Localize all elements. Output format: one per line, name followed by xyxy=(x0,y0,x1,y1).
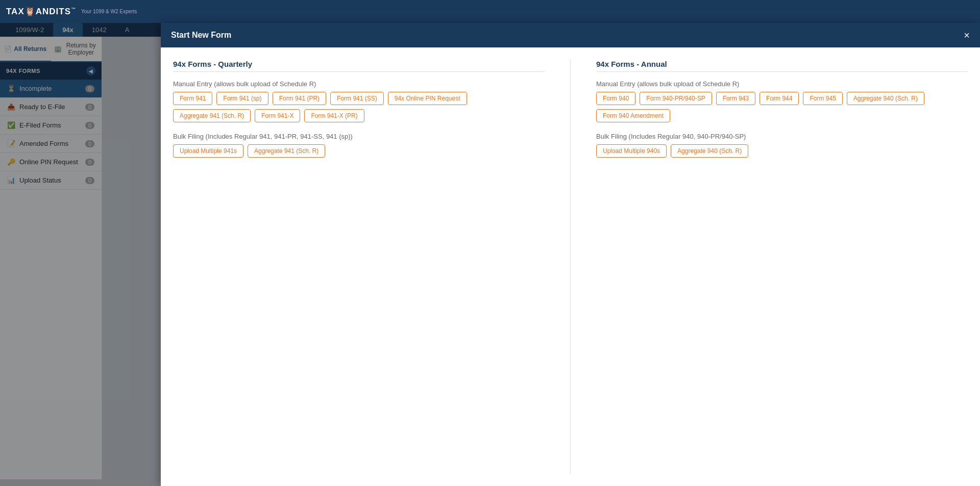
btn-form-941x-pr[interactable]: Form 941-X (PR) xyxy=(304,109,364,122)
quarterly-manual-buttons: Form 941 Form 941 (sp) Form 941 (PR) For… xyxy=(173,92,545,122)
btn-form-943[interactable]: Form 943 xyxy=(716,92,755,105)
btn-form-944[interactable]: Form 944 xyxy=(760,92,799,105)
quarterly-section: 94x Forms - Quarterly Manual Entry (allo… xyxy=(173,60,545,474)
modal-header: Start New Form × xyxy=(161,23,980,47)
btn-form-945[interactable]: Form 945 xyxy=(803,92,842,105)
logo: TAX🦉ANDITS™ xyxy=(6,6,76,17)
logo-subtitle: Your 1099 & W2 Experts xyxy=(81,9,137,14)
modal-dialog: Start New Form × 94x Forms - Quarterly M… xyxy=(161,23,980,479)
annual-section-title: 94x Forms - Annual xyxy=(596,60,968,72)
annual-bulk-filing-label: Bulk Filing (Includes Regular 940, 940-P… xyxy=(596,133,968,140)
btn-upload-multiple-941s[interactable]: Upload Multiple 941s xyxy=(173,144,243,158)
btn-form-941x[interactable]: Form 941-X xyxy=(255,109,300,122)
btn-form-941-pr[interactable]: Form 941 (PR) xyxy=(273,92,326,105)
quarterly-section-title: 94x Forms - Quarterly xyxy=(173,60,545,72)
btn-aggregate-940-sch-r-bulk[interactable]: Aggregate 940 (Sch. R) xyxy=(671,144,748,158)
btn-aggregate-941-sch-r-bulk[interactable]: Aggregate 941 (Sch. R) xyxy=(248,144,325,158)
btn-form-940-pr-sp[interactable]: Form 940-PR/940-SP xyxy=(640,92,712,105)
quarterly-bulk-filing-label: Bulk Filing (Includes Regular 941, 941-P… xyxy=(173,133,545,140)
quarterly-manual-entry-label: Manual Entry (allows bulk upload of Sche… xyxy=(173,80,545,88)
annual-section: 94x Forms - Annual Manual Entry (allows … xyxy=(596,60,968,474)
btn-form-941-sp[interactable]: Form 941 (sp) xyxy=(216,92,268,105)
btn-form-941[interactable]: Form 941 xyxy=(173,92,212,105)
btn-aggregate-941-sch-r[interactable]: Aggregate 941 (Sch. R) xyxy=(173,109,251,122)
top-bar: TAX🦉ANDITS™ Your 1099 & W2 Experts xyxy=(0,0,980,23)
annual-bulk-buttons: Upload Multiple 940s Aggregate 940 (Sch.… xyxy=(596,144,968,158)
btn-form-941-ss[interactable]: Form 941 (SS) xyxy=(330,92,384,105)
btn-form-940[interactable]: Form 940 xyxy=(596,92,635,105)
modal-title: Start New Form xyxy=(171,31,231,40)
annual-manual-entry-label: Manual Entry (allows bulk upload of Sche… xyxy=(596,80,968,88)
btn-upload-multiple-940s[interactable]: Upload Multiple 940s xyxy=(596,144,667,158)
logo-area: TAX🦉ANDITS™ Your 1099 & W2 Experts xyxy=(6,6,137,17)
annual-manual-buttons: Form 940 Form 940-PR/940-SP Form 943 For… xyxy=(596,92,968,122)
modal-body: 94x Forms - Quarterly Manual Entry (allo… xyxy=(161,47,980,479)
btn-form-940-amendment[interactable]: Form 940 Amendment xyxy=(596,109,670,122)
btn-aggregate-940-sch-r[interactable]: Aggregate 940 (Sch. R) xyxy=(847,92,924,105)
modal-close-button[interactable]: × xyxy=(964,30,970,40)
btn-94x-online-pin-request[interactable]: 94x Online PIN Request xyxy=(388,92,467,105)
modal-overlay: Start New Form × 94x Forms - Quarterly M… xyxy=(0,23,980,479)
quarterly-bulk-buttons: Upload Multiple 941s Aggregate 941 (Sch.… xyxy=(173,144,545,158)
vertical-divider xyxy=(570,60,571,474)
